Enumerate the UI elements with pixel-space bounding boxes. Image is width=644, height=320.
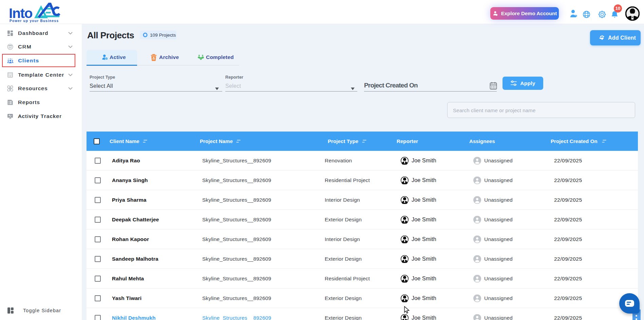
svg-text:Power up your Business: Power up your Business — [10, 19, 59, 23]
